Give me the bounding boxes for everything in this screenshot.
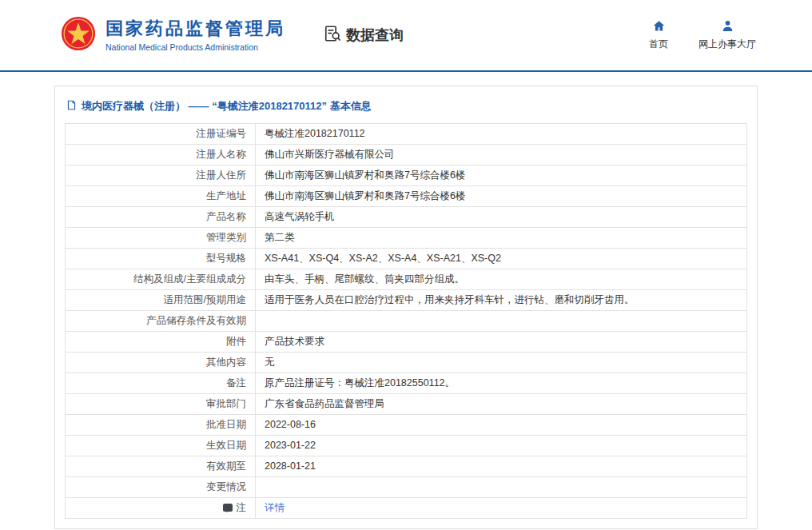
note-icon [223,504,233,512]
nav-home[interactable]: 首页 [649,19,668,51]
page-title: 境内医疗器械（注册） —— “粤械注准20182170112” 基本信息 [82,99,372,114]
table-row: 适用范围/预期用途适用于医务人员在口腔治疗过程中，用来夹持牙科车针，进行钻、磨和… [66,290,747,311]
info-table: 注册证编号粤械注准20182170112注册人名称佛山市兴斯医疗器械有限公司注册… [65,123,747,519]
row-value: XS-A41、XS-Q4、XS-A2、XS-A4、XS-A21、XS-Q2 [256,249,747,269]
table-row: 产品名称高速气涡轮手机 [66,207,747,228]
row-value: 高速气涡轮手机 [256,207,747,228]
row-label: 注 [66,498,256,519]
site-subtitle: National Medical Products Administration [105,42,285,52]
nav-service-hall-label: 网上办事大厅 [699,38,756,51]
row-value: 佛山市兴斯医疗器械有限公司 [256,145,747,165]
row-value: 2022-08-16 [256,415,747,436]
row-label: 适用范围/预期用途 [66,290,256,311]
row-value [256,477,747,498]
table-row: 生产地址佛山市南海区狮山镇罗村和奥路7号综合楼6楼 [66,186,747,207]
row-label: 注册证编号 [66,124,256,145]
row-label: 注册人名称 [66,145,256,165]
table-row: 附件产品技术要求 [66,332,747,353]
row-label: 结构及组成/主要组成成分 [66,269,256,290]
row-value: 佛山市南海区狮山镇罗村和奥路7号综合楼6楼 [256,165,747,186]
row-value: 佛山市南海区狮山镇罗村和奥路7号综合楼6楼 [256,186,747,207]
site-title: 国家药品监督管理局 [105,18,285,39]
table-row: 批准日期2022-08-16 [66,415,747,436]
row-value [256,311,747,332]
page: 国家药品监督管理局 National Medical Products Admi… [0,0,812,530]
table-row: 产品储存条件及有效期 [66,311,747,332]
home-icon [652,19,666,35]
document-icon [66,100,77,113]
row-value: 广东省食品药品监督管理局 [256,394,747,415]
nmpa-emblem-icon [61,16,96,54]
row-label: 管理类别 [66,228,256,249]
row-label: 注册人住所 [66,165,256,186]
row-label: 变更情况 [66,477,256,498]
row-label: 附件 [66,332,256,353]
row-label: 生效日期 [66,436,256,456]
table-row: 备注原产品注册证号：粤械注准20182550112。 [66,373,747,394]
user-icon [721,19,734,35]
row-label: 生产地址 [66,186,256,207]
info-panel: 境内医疗器械（注册） —— “粤械注准20182170112” 基本信息 注册证… [54,86,758,529]
header-nav: 首页 网上办事大厅 [649,19,756,51]
details-link[interactable]: 详情 [265,502,285,513]
brand[interactable]: 国家药品监督管理局 National Medical Products Admi… [61,16,285,54]
nav-home-label: 首页 [649,38,668,51]
row-value: 第二类 [256,228,747,249]
table-row: 其他内容无 [66,353,747,373]
row-value: 产品技术要求 [256,332,747,353]
table-row: 注册人名称佛山市兴斯医疗器械有限公司 [66,145,747,165]
data-query-section: 数据查询 [324,25,404,46]
row-label: 产品储存条件及有效期 [66,311,256,332]
row-label: 有效期至 [66,456,256,477]
row-label: 其他内容 [66,353,256,373]
table-row: 管理类别第二类 [66,228,747,249]
data-query-icon [324,25,341,46]
brand-text: 国家药品监督管理局 National Medical Products Admi… [105,18,285,51]
row-value: 2023-01-22 [256,436,747,456]
table-row: 注册人住所佛山市南海区狮山镇罗村和奥路7号综合楼6楼 [66,165,747,186]
table-row: 结构及组成/主要组成成分由车头、手柄、尾部螺纹、筒夹四部分组成。 [66,269,747,290]
row-label: 备注 [66,373,256,394]
breadcrumb: 境内医疗器械（注册） —— “粤械注准20182170112” 基本信息 [65,96,747,123]
table-row: 注详情 [66,498,747,519]
table-row: 审批部门广东省食品药品监督管理局 [66,394,747,415]
table-row: 变更情况 [66,477,747,498]
header: 国家药品监督管理局 National Medical Products Admi… [0,0,812,70]
row-value: 由车头、手柄、尾部螺纹、筒夹四部分组成。 [256,269,747,290]
table-row: 生效日期2023-01-22 [66,436,747,456]
row-label: 审批部门 [66,394,256,415]
row-value: 无 [256,353,747,373]
row-label: 型号规格 [66,249,256,269]
row-label: 批准日期 [66,415,256,436]
table-row: 注册证编号粤械注准20182170112 [66,124,747,145]
row-value: 粤械注准20182170112 [256,124,747,145]
row-value: 详情 [256,498,747,519]
data-query-label: 数据查询 [346,26,404,45]
row-value: 适用于医务人员在口腔治疗过程中，用来夹持牙科车针，进行钻、磨和切削牙齿用。 [256,290,747,311]
table-row: 型号规格XS-A41、XS-Q4、XS-A2、XS-A4、XS-A21、XS-Q… [66,249,747,269]
nav-service-hall[interactable]: 网上办事大厅 [699,19,756,51]
row-value: 2028-01-21 [256,456,747,477]
main: 境内医疗器械（注册） —— “粤械注准20182170112” 基本信息 注册证… [0,72,812,530]
info-table-body: 注册证编号粤械注准20182170112注册人名称佛山市兴斯医疗器械有限公司注册… [66,124,747,519]
row-value: 原产品注册证号：粤械注准20182550112。 [256,373,747,394]
row-label: 产品名称 [66,207,256,228]
table-row: 有效期至2028-01-21 [66,456,747,477]
